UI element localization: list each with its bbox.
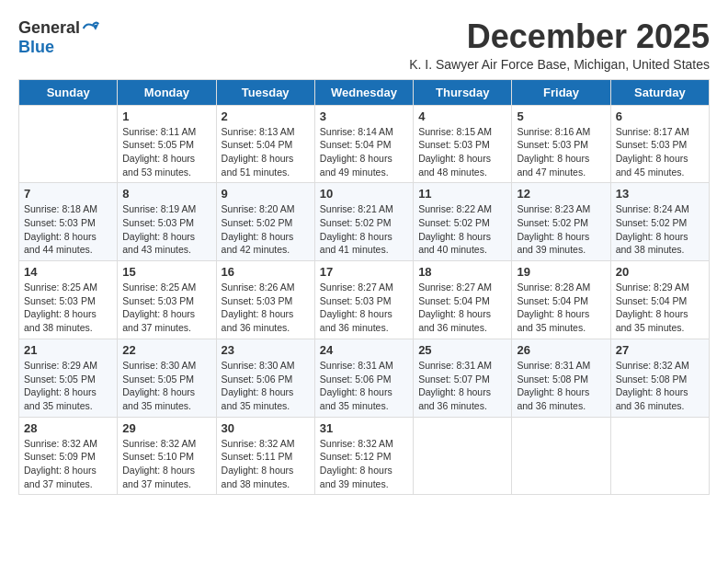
day-number: 2 (222, 109, 310, 123)
day-info: Sunrise: 8:23 AM Sunset: 5:02 PM Dayligh… (517, 202, 605, 257)
calendar-cell: 9Sunrise: 8:20 AM Sunset: 5:02 PM Daylig… (216, 183, 314, 261)
day-number: 29 (122, 421, 210, 435)
calendar-table: SundayMondayTuesdayWednesdayThursdayFrid… (18, 79, 710, 496)
calendar-cell: 24Sunrise: 8:31 AM Sunset: 5:06 PM Dayli… (314, 339, 413, 417)
day-number: 5 (517, 109, 605, 123)
calendar-cell: 19Sunrise: 8:28 AM Sunset: 5:04 PM Dayli… (512, 261, 610, 339)
calendar-cell: 1Sunrise: 8:11 AM Sunset: 5:05 PM Daylig… (118, 105, 216, 183)
month-title: December 2025 (409, 18, 710, 55)
calendar-week-2: 7Sunrise: 8:18 AM Sunset: 5:03 PM Daylig… (19, 183, 710, 261)
day-info: Sunrise: 8:32 AM Sunset: 5:08 PM Dayligh… (616, 359, 704, 413)
day-header-wednesday: Wednesday (314, 79, 413, 105)
day-info: Sunrise: 8:27 AM Sunset: 5:04 PM Dayligh… (418, 281, 506, 335)
day-number: 12 (517, 187, 605, 201)
day-info: Sunrise: 8:18 AM Sunset: 5:03 PM Dayligh… (24, 202, 112, 257)
day-number: 30 (222, 421, 310, 435)
calendar-cell: 14Sunrise: 8:25 AM Sunset: 5:03 PM Dayli… (19, 261, 118, 339)
calendar-cell: 18Sunrise: 8:27 AM Sunset: 5:04 PM Dayli… (414, 261, 512, 339)
page-header: General Blue December 2025 K. I. Sawyer … (18, 18, 710, 72)
day-header-sunday: Sunday (19, 79, 118, 105)
day-number: 20 (616, 265, 704, 279)
calendar-cell: 5Sunrise: 8:16 AM Sunset: 5:03 PM Daylig… (512, 105, 610, 183)
calendar-cell (19, 105, 118, 183)
calendar-cell: 17Sunrise: 8:27 AM Sunset: 5:03 PM Dayli… (314, 261, 413, 339)
calendar-cell (512, 417, 610, 495)
day-number: 11 (418, 187, 506, 201)
day-header-thursday: Thursday (414, 79, 512, 105)
day-number: 31 (320, 421, 408, 435)
day-info: Sunrise: 8:25 AM Sunset: 5:03 PM Dayligh… (24, 281, 112, 335)
day-info: Sunrise: 8:11 AM Sunset: 5:05 PM Dayligh… (122, 125, 210, 179)
calendar-cell: 30Sunrise: 8:32 AM Sunset: 5:11 PM Dayli… (216, 417, 314, 495)
day-info: Sunrise: 8:14 AM Sunset: 5:04 PM Dayligh… (320, 125, 408, 179)
calendar-cell: 7Sunrise: 8:18 AM Sunset: 5:03 PM Daylig… (19, 183, 118, 261)
calendar-cell: 3Sunrise: 8:14 AM Sunset: 5:04 PM Daylig… (314, 105, 413, 183)
logo-icon (82, 19, 100, 38)
calendar-cell: 27Sunrise: 8:32 AM Sunset: 5:08 PM Dayli… (610, 339, 709, 417)
day-number: 6 (616, 109, 704, 123)
day-info: Sunrise: 8:29 AM Sunset: 5:05 PM Dayligh… (24, 359, 112, 413)
day-number: 25 (418, 343, 506, 357)
day-info: Sunrise: 8:13 AM Sunset: 5:04 PM Dayligh… (222, 125, 310, 179)
day-number: 13 (616, 187, 704, 201)
calendar-cell: 12Sunrise: 8:23 AM Sunset: 5:02 PM Dayli… (512, 183, 610, 261)
day-number: 3 (320, 109, 408, 123)
day-number: 1 (122, 109, 210, 123)
day-number: 23 (222, 343, 310, 357)
day-info: Sunrise: 8:17 AM Sunset: 5:03 PM Dayligh… (616, 125, 704, 179)
calendar-cell: 2Sunrise: 8:13 AM Sunset: 5:04 PM Daylig… (216, 105, 314, 183)
calendar-cell: 23Sunrise: 8:30 AM Sunset: 5:06 PM Dayli… (216, 339, 314, 417)
day-number: 26 (517, 343, 605, 357)
day-info: Sunrise: 8:32 AM Sunset: 5:10 PM Dayligh… (122, 437, 210, 491)
day-number: 8 (122, 187, 210, 201)
day-info: Sunrise: 8:25 AM Sunset: 5:03 PM Dayligh… (122, 281, 210, 335)
calendar-cell: 20Sunrise: 8:29 AM Sunset: 5:04 PM Dayli… (610, 261, 709, 339)
day-number: 18 (418, 265, 506, 279)
day-info: Sunrise: 8:32 AM Sunset: 5:09 PM Dayligh… (24, 437, 112, 491)
logo-blue: Blue (18, 38, 54, 57)
calendar-week-3: 14Sunrise: 8:25 AM Sunset: 5:03 PM Dayli… (19, 261, 710, 339)
calendar-cell: 10Sunrise: 8:21 AM Sunset: 5:02 PM Dayli… (314, 183, 413, 261)
day-number: 15 (122, 265, 210, 279)
calendar-cell: 13Sunrise: 8:24 AM Sunset: 5:02 PM Dayli… (610, 183, 709, 261)
calendar-cell: 26Sunrise: 8:31 AM Sunset: 5:08 PM Dayli… (512, 339, 610, 417)
day-number: 9 (222, 187, 310, 201)
day-number: 21 (24, 343, 112, 357)
day-number: 10 (320, 187, 408, 201)
calendar-cell: 16Sunrise: 8:26 AM Sunset: 5:03 PM Dayli… (216, 261, 314, 339)
day-info: Sunrise: 8:15 AM Sunset: 5:03 PM Dayligh… (418, 125, 506, 179)
day-info: Sunrise: 8:24 AM Sunset: 5:02 PM Dayligh… (616, 202, 704, 257)
day-info: Sunrise: 8:31 AM Sunset: 5:08 PM Dayligh… (517, 359, 605, 413)
calendar-cell (414, 417, 512, 495)
calendar-cell: 29Sunrise: 8:32 AM Sunset: 5:10 PM Dayli… (118, 417, 216, 495)
day-number: 19 (517, 265, 605, 279)
day-info: Sunrise: 8:22 AM Sunset: 5:02 PM Dayligh… (418, 202, 506, 257)
day-number: 4 (418, 109, 506, 123)
calendar-cell: 21Sunrise: 8:29 AM Sunset: 5:05 PM Dayli… (19, 339, 118, 417)
day-info: Sunrise: 8:27 AM Sunset: 5:03 PM Dayligh… (320, 281, 408, 335)
day-number: 16 (222, 265, 310, 279)
day-info: Sunrise: 8:19 AM Sunset: 5:03 PM Dayligh… (122, 202, 210, 257)
logo: General Blue (18, 18, 100, 57)
day-number: 22 (122, 343, 210, 357)
day-info: Sunrise: 8:28 AM Sunset: 5:04 PM Dayligh… (517, 281, 605, 335)
calendar-week-1: 1Sunrise: 8:11 AM Sunset: 5:05 PM Daylig… (19, 105, 710, 183)
day-header-tuesday: Tuesday (216, 79, 314, 105)
day-number: 17 (320, 265, 408, 279)
calendar-cell: 8Sunrise: 8:19 AM Sunset: 5:03 PM Daylig… (118, 183, 216, 261)
day-info: Sunrise: 8:30 AM Sunset: 5:06 PM Dayligh… (222, 359, 310, 413)
day-number: 27 (616, 343, 704, 357)
calendar-cell: 22Sunrise: 8:30 AM Sunset: 5:05 PM Dayli… (118, 339, 216, 417)
calendar-cell: 25Sunrise: 8:31 AM Sunset: 5:07 PM Dayli… (414, 339, 512, 417)
day-header-friday: Friday (512, 79, 610, 105)
day-info: Sunrise: 8:29 AM Sunset: 5:04 PM Dayligh… (616, 281, 704, 335)
calendar-cell: 6Sunrise: 8:17 AM Sunset: 5:03 PM Daylig… (610, 105, 709, 183)
calendar-cell: 28Sunrise: 8:32 AM Sunset: 5:09 PM Dayli… (19, 417, 118, 495)
day-number: 28 (24, 421, 112, 435)
day-number: 7 (24, 187, 112, 201)
calendar-week-5: 28Sunrise: 8:32 AM Sunset: 5:09 PM Dayli… (19, 417, 710, 495)
title-section: December 2025 K. I. Sawyer Air Force Bas… (409, 18, 710, 72)
calendar-week-4: 21Sunrise: 8:29 AM Sunset: 5:05 PM Dayli… (19, 339, 710, 417)
day-info: Sunrise: 8:16 AM Sunset: 5:03 PM Dayligh… (517, 125, 605, 179)
day-header-saturday: Saturday (610, 79, 709, 105)
